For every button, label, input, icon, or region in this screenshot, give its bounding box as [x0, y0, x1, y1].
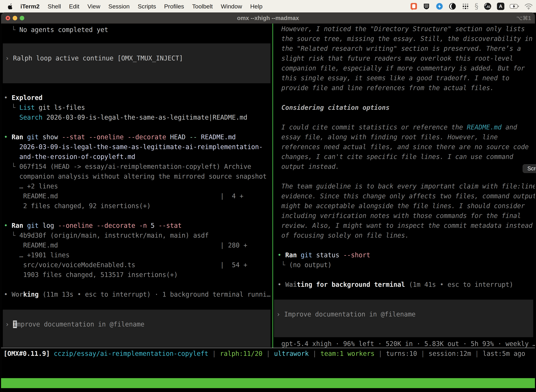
pane-bottom-border	[1, 348, 535, 348]
window-shortcut-badge: ⌥⌘1	[516, 15, 531, 21]
terminal-line: output instead.	[274, 162, 535, 172]
ran-git-show-line: • Ran git show --stat --oneline --decora…	[1, 132, 273, 142]
terminal-line: └ 067f154 (HEAD -> essay/ai-reimplementa…	[1, 162, 273, 172]
terminal-line: › Improve documentation in @filename	[3, 319, 270, 329]
battery-badge-icon[interactable]: ..61	[483, 2, 492, 10]
terminal-line: of focusing solely on file lines.	[274, 231, 535, 240]
terminal-line: The team guideline is to back every impo…	[274, 182, 535, 191]
menu-item-toolbelt[interactable]: Toolbelt	[192, 3, 213, 10]
terminal-line: the source tree, missing the essay. Stil…	[274, 34, 535, 44]
menu-item-session[interactable]: Session	[108, 3, 129, 10]
terminal-line: … +2 lines	[1, 182, 273, 191]
ralph-loop-box[interactable]: › Ralph loop active continue [OMX_TMUX_I…	[3, 43, 270, 83]
working-status-line: • Working (11m 13s • esc to interrupt) ·…	[1, 289, 273, 299]
battery-icon[interactable]	[510, 4, 519, 9]
menu-item-scripts[interactable]: Scripts	[138, 3, 156, 10]
terminal-line: src/voice/voiceModeEnabled.ts | 54 +	[1, 260, 273, 270]
explored-search-line: Search 2026-03-09-is-legal-the-same-as-l…	[1, 112, 273, 122]
window-title-bar[interactable]: omx --xhigh --madmax ⌥⌘1	[1, 13, 535, 23]
terminal-line: references need actual files, and since …	[274, 142, 535, 152]
wifi-icon[interactable]	[524, 3, 533, 9]
apple-menu-icon[interactable]	[8, 3, 13, 9]
screen-share-overlay[interactable]: Scre	[523, 164, 536, 173]
terminal-line: review. Also, I might want to inspect th…	[274, 221, 535, 231]
menu-bar-status-icons: § ..61 A	[410, 2, 533, 10]
zoom-button[interactable]	[20, 16, 24, 20]
menu-item-help[interactable]: Help	[250, 3, 263, 10]
menu-bar: iTerm2ShellEditViewSessionScriptsProfile…	[0, 0, 536, 13]
terminal-line: … +1901 lines	[1, 250, 273, 260]
right-session-status-line: gpt-5.4 xhigh · 96% left · 520K in · 5.8…	[274, 339, 535, 348]
terminal: └ No agents completed yet› Ralph loop ac…	[1, 23, 535, 392]
window-title: omx --xhigh --madmax	[237, 15, 299, 21]
left-prompt-box[interactable]: › Improve documentation in @filename	[3, 310, 270, 347]
right-pane[interactable]: However, I noticed the "Directory Struct…	[274, 23, 535, 348]
tmux-status-bar: [omx-cczip0:bash* "MacBook-Pro-44.local"…	[1, 378, 535, 388]
agents-status-line: └ No agents completed yet	[1, 25, 273, 35]
minimize-button[interactable]	[13, 16, 17, 20]
screen-share-overlay-label: Scre	[527, 165, 536, 172]
blue-badge-bolt-icon[interactable]	[436, 2, 443, 10]
close-button[interactable]	[6, 16, 10, 20]
menu-item-profiles[interactable]: Profiles	[164, 3, 184, 10]
iterm-window: omx --xhigh --madmax ⌥⌘1 └ No agents com…	[1, 13, 535, 392]
right-prompt-box[interactable]: › Improve documentation in @filename	[274, 300, 533, 337]
menu-items: iTerm2ShellEditViewSessionScriptsProfile…	[20, 3, 263, 10]
terminal-line: README.md | 4 +	[1, 191, 273, 201]
terminal-line: └ 4b9d30f (origin/main, instructkr/main,…	[1, 231, 273, 240]
app-grid-icon[interactable]	[462, 2, 469, 10]
pane-divider[interactable]	[273, 23, 273, 348]
menu-item-window[interactable]: Window	[221, 3, 242, 10]
waiting-status-line: • Waiting for background terminal (1m 41…	[274, 280, 535, 289]
terminal-line: and-the-erosion-of-copyleft.md	[1, 152, 273, 162]
menu-item-shell[interactable]: Shell	[48, 3, 61, 10]
explored-list-line: └ List git ls-files	[1, 103, 273, 112]
terminal-line: evidence. Since this change only affects…	[274, 191, 535, 201]
omx-status-line: [OMX#0.11.9] cczip/essay/ai-reimplementa…	[1, 349, 535, 359]
terminal-line: 2 files changed, 92 insertions(+)	[1, 201, 273, 211]
keyboard-shield-icon[interactable]	[423, 2, 430, 10]
terminal-line: essay file, along with finding root file…	[274, 132, 535, 142]
moon-contrast-icon[interactable]	[449, 2, 456, 10]
terminal-line: └ (no output)	[274, 260, 535, 270]
menu-item-view[interactable]: View	[87, 3, 100, 10]
terminal-line: README.md | 280 +	[1, 240, 273, 250]
menu-item-edit[interactable]: Edit	[69, 3, 80, 10]
terminal-line: this single essay, it seems like a good …	[274, 73, 535, 83]
menu-item-iterm2[interactable]: iTerm2	[20, 3, 40, 10]
input-source-icon[interactable]: A	[497, 3, 504, 10]
terminal-line: However, I noticed the "Directory Struct…	[274, 24, 535, 34]
terminal-line: 1903 files changed, 513517 insertions(+)	[1, 270, 273, 280]
terminal-line: › Ralph loop active continue [OMX_TMUX_I…	[3, 53, 270, 63]
terminal-line: including verification notes with those …	[274, 211, 535, 221]
terminal-line: might be acceptable alongside the file l…	[274, 201, 535, 211]
terminal-line: the "Related research writing" section i…	[274, 44, 535, 54]
terminal-line: slight risk that future readers may over…	[274, 54, 535, 63]
terminal-line: I could cite commit statistics or refere…	[274, 122, 535, 132]
terminal-line: changes, I can't cite specific file line…	[274, 152, 535, 162]
ran-git-status-line: • Ran git status --short	[274, 250, 535, 260]
svg-text:..61: ..61	[486, 5, 490, 8]
terminal-line: companion analysis without altering the …	[1, 172, 273, 182]
ran-git-log-line: • Ran git log --oneline --decorate -n 5 …	[1, 221, 273, 231]
terminal-line: › Improve documentation in @filename	[274, 309, 533, 319]
screen-recording-indicator-icon[interactable]	[410, 2, 417, 10]
squiggle-utility-icon[interactable]: §	[475, 2, 478, 10]
thinking-heading: Considering citation options	[274, 103, 535, 112]
left-pane[interactable]: └ No agents completed yet› Ralph loop ac…	[1, 23, 273, 348]
terminal-line: 2026-03-09-is-legal-the-same-as-legitima…	[1, 142, 273, 152]
terminal-line: companion file, especially if more comme…	[274, 63, 535, 73]
explored-header-line: • Explored	[1, 93, 273, 103]
terminal-line: provide file and line references from th…	[274, 83, 535, 93]
